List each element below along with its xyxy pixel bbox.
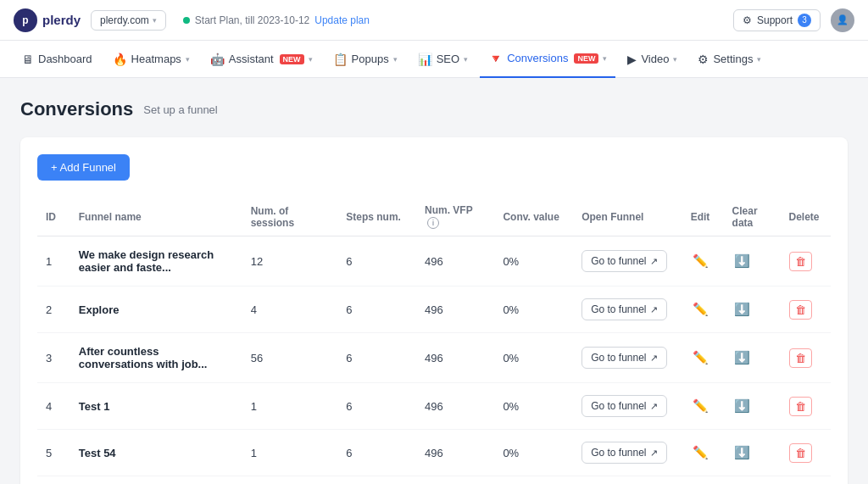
cell-delete: 🗑 — [781, 236, 831, 287]
col-header-clear: Clear data — [724, 197, 781, 236]
domain-selector[interactable]: plerdy.com ▾ — [91, 10, 166, 31]
table-row: 5 Test 54 1 6 496 0% Go to funnel ↗ ✏️ ⬇… — [37, 430, 831, 476]
delete-icon[interactable]: 🗑 — [789, 443, 812, 463]
chevron-down-icon: ▾ — [673, 55, 677, 64]
info-icon: i — [427, 217, 439, 229]
col-header-delete: Delete — [781, 197, 831, 236]
go-to-funnel-button[interactable]: Go to funnel ↗ — [581, 250, 666, 272]
external-link-icon: ↗ — [650, 401, 658, 412]
edit-icon[interactable]: ✏️ — [691, 252, 710, 270]
delete-icon[interactable]: 🗑 — [789, 252, 812, 271]
download-icon[interactable]: ⬇️ — [732, 397, 752, 414]
cell-steps: 6 — [337, 383, 416, 430]
funnels-table: ID Funnel name Num. of sessions Steps nu… — [37, 197, 831, 484]
chevron-down-icon: ▾ — [186, 55, 190, 64]
cell-sessions: 56 — [242, 333, 338, 383]
cell-vfp: 496 — [416, 236, 494, 287]
cell-clear: ⬇️ — [724, 430, 781, 476]
cell-name: After countless conversations with job..… — [70, 333, 242, 383]
table-row: 2 Explore 4 6 496 0% Go to funnel ↗ ✏️ ⬇… — [37, 287, 831, 333]
cell-id: 6 — [37, 476, 70, 485]
cell-edit: ✏️ — [682, 476, 724, 485]
add-funnel-button[interactable]: + Add Funnel — [37, 154, 130, 181]
col-header-vfp: Num. VFP i — [416, 197, 494, 236]
cell-clear: ⬇️ — [724, 287, 781, 333]
nav-item-dashboard[interactable]: 🖥 Dashboard — [14, 41, 101, 78]
cell-delete: 🗑 — [781, 430, 831, 476]
cell-vfp: 496 — [416, 287, 494, 333]
col-header-sessions: Num. of sessions — [242, 197, 338, 236]
table-row: 1 We make design research easier and fas… — [37, 236, 831, 287]
assistant-icon: 🤖 — [210, 53, 225, 66]
cell-clear: ⬇️ — [724, 333, 781, 383]
nav-item-assistant[interactable]: 🤖 Assistant NEW ▾ — [202, 41, 321, 78]
plan-status-dot — [183, 17, 190, 24]
avatar[interactable]: 👤 — [831, 8, 854, 32]
cell-open: Go to funnel ↗ — [573, 430, 682, 476]
cell-delete: 🗑 — [781, 476, 831, 485]
cell-delete: 🗑 — [781, 287, 831, 333]
edit-icon[interactable]: ✏️ — [691, 443, 710, 461]
cell-sessions: 4 — [242, 287, 338, 333]
page-title: Conversions — [20, 98, 133, 120]
cell-name: Test 54 — [70, 430, 242, 476]
download-icon[interactable]: ⬇️ — [732, 252, 752, 270]
table-row: 4 Test 1 1 6 496 0% Go to funnel ↗ ✏️ ⬇️… — [37, 383, 831, 430]
nav-item-settings[interactable]: ⚙ Settings ▾ — [689, 41, 770, 78]
nav-item-conversions[interactable]: 🔻 Conversions NEW ▾ — [480, 41, 615, 78]
logo: p plerdy — [14, 8, 81, 32]
cell-name: Explore — [70, 287, 242, 333]
nav-label-seo: SEO — [437, 53, 459, 65]
nav-label-settings: Settings — [713, 53, 753, 65]
edit-icon[interactable]: ✏️ — [691, 397, 710, 414]
col-header-name: Funnel name — [70, 197, 242, 236]
update-plan-link[interactable]: Update plan — [314, 14, 370, 26]
support-label: Support — [757, 14, 793, 26]
nav-item-popups[interactable]: 📋 Popups ▾ — [325, 41, 406, 78]
download-icon[interactable]: ⬇️ — [732, 348, 752, 366]
conversions-icon: 🔻 — [488, 52, 503, 65]
cell-clear: ⬇️ — [724, 236, 781, 287]
delete-icon[interactable]: 🗑 — [789, 300, 812, 320]
delete-icon[interactable]: 🗑 — [789, 397, 812, 416]
assistant-badge: NEW — [280, 54, 304, 64]
external-link-icon: ↗ — [650, 256, 658, 267]
support-count: 3 — [798, 14, 811, 27]
page-content: Conversions Set up a funnel + Add Funnel… — [0, 78, 868, 484]
navbar: 🖥 Dashboard 🔥 Heatmaps ▾ 🤖 Assistant NEW… — [0, 41, 868, 78]
cell-name: Test 1 — [70, 383, 242, 430]
col-header-id: ID — [37, 197, 70, 236]
edit-icon[interactable]: ✏️ — [691, 300, 710, 318]
cell-edit: ✏️ — [682, 383, 724, 430]
conversions-badge: NEW — [574, 53, 598, 64]
nav-label-popups: Popups — [352, 53, 389, 65]
delete-icon[interactable]: 🗑 — [789, 348, 812, 368]
go-to-funnel-button[interactable]: Go to funnel ↗ — [581, 298, 666, 320]
nav-item-seo[interactable]: 📊 SEO ▾ — [409, 41, 476, 78]
cell-sessions: 12 — [242, 236, 338, 287]
go-to-funnel-button[interactable]: Go to funnel ↗ — [581, 347, 666, 369]
cell-clear: ⬇️ — [724, 476, 781, 485]
nav-item-video[interactable]: ▶ Video ▾ — [619, 41, 686, 78]
chevron-down-icon: ▾ — [309, 55, 313, 64]
cell-sessions: 1 — [242, 476, 338, 485]
table-header-row: ID Funnel name Num. of sessions Steps nu… — [37, 197, 831, 236]
cell-id: 2 — [37, 287, 70, 333]
chevron-down-icon: ▾ — [603, 54, 607, 63]
support-button[interactable]: ⚙ Support 3 — [733, 9, 821, 31]
col-header-conv: Conv. value — [494, 197, 573, 236]
download-icon[interactable]: ⬇️ — [732, 300, 752, 318]
cell-edit: ✏️ — [682, 287, 724, 333]
nav-label-conversions: Conversions — [507, 52, 568, 64]
download-icon[interactable]: ⬇️ — [732, 443, 752, 461]
cell-sessions: 1 — [242, 430, 338, 476]
nav-item-heatmaps[interactable]: 🔥 Heatmaps ▾ — [104, 41, 198, 78]
cell-vfp: 496 — [416, 333, 494, 383]
cell-steps: 6 — [337, 333, 416, 383]
main-card: + Add Funnel ID Funnel name Num. of sess… — [20, 137, 848, 484]
edit-icon[interactable]: ✏️ — [691, 348, 710, 366]
go-to-funnel-button[interactable]: Go to funnel ↗ — [581, 395, 666, 417]
go-to-funnel-button[interactable]: Go to funnel ↗ — [581, 442, 666, 464]
cell-conv: 0% — [494, 430, 573, 476]
page-header: Conversions Set up a funnel — [20, 98, 848, 120]
